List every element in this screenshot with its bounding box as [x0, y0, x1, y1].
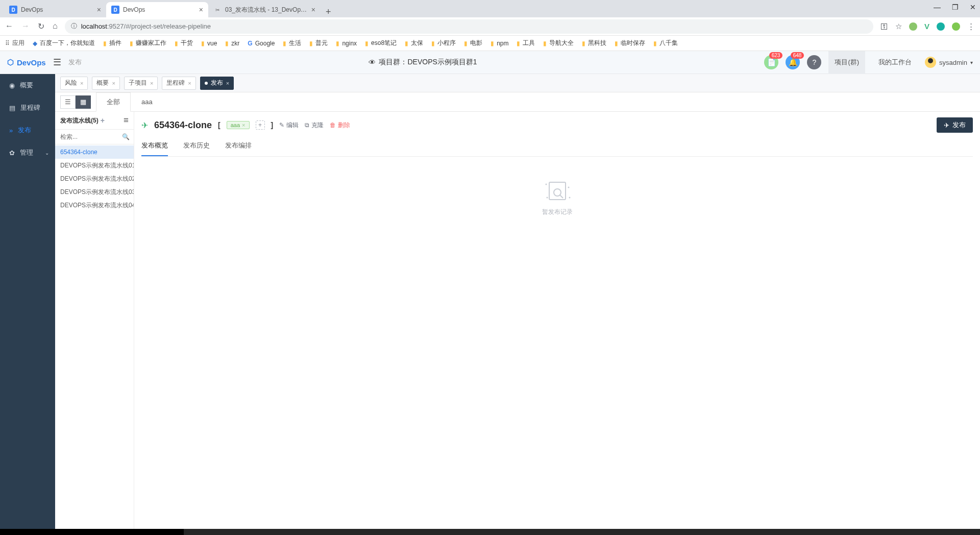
close-icon[interactable]: ×: [199, 6, 203, 14]
sub-tabs: ☰ ▦ 全部 aaa: [55, 92, 980, 112]
profile-icon[interactable]: [952, 22, 960, 31]
pipeline-item[interactable]: DEVOPS示例发布流水线02: [55, 172, 134, 185]
pipeline-item[interactable]: DEVOPS示例发布流水线03: [55, 185, 134, 199]
close-icon[interactable]: ×: [226, 80, 229, 86]
vue-ext-icon[interactable]: V: [924, 22, 929, 31]
app-logo[interactable]: ⬡ DevOps: [7, 58, 46, 67]
help-icon[interactable]: ?: [807, 55, 821, 69]
collapse-icon[interactable]: ≡: [124, 115, 129, 126]
pipeline-item[interactable]: 654364-clone: [55, 145, 134, 159]
sidenav-item-overview[interactable]: ◉ 概要: [0, 74, 55, 96]
window-close-icon[interactable]: ✕: [970, 3, 976, 11]
add-tag-button[interactable]: +: [256, 120, 265, 130]
new-tab-button[interactable]: +: [321, 7, 336, 17]
bookmark-folder[interactable]: ▮插件: [103, 39, 121, 47]
menu-icon[interactable]: ☰: [53, 57, 61, 68]
bookmark-folder[interactable]: ▮工具: [517, 39, 535, 47]
tab-overview[interactable]: 发布概览: [141, 141, 168, 156]
project-group-selector[interactable]: 👁 项目群：DEVOPS示例项目群1: [89, 58, 757, 67]
card-view-button[interactable]: ▦: [76, 95, 91, 109]
apps-icon[interactable]: ⠿ 应用: [5, 39, 24, 47]
worktab-subproject[interactable]: 子项目×: [124, 77, 158, 90]
publish-button[interactable]: ✈发布: [937, 117, 973, 133]
gear-icon: ✿: [9, 149, 15, 157]
bookmark-folder[interactable]: ▮临时保存: [615, 39, 645, 47]
ext-icon[interactable]: [909, 22, 917, 31]
nav-project[interactable]: 项目(群): [828, 51, 865, 74]
bookmark-folder[interactable]: ▮zkr: [225, 40, 239, 47]
chevron-down-icon: ⌄: [45, 150, 49, 156]
bookmark-link[interactable]: ◆百度一下，你就知道: [33, 39, 95, 47]
tag-chip[interactable]: aaa×: [227, 121, 250, 129]
remove-tag-icon[interactable]: ×: [242, 122, 245, 128]
close-icon[interactable]: ×: [150, 80, 153, 86]
browser-tab[interactable]: D DevOps ×: [106, 2, 208, 17]
sidenav-item-release[interactable]: » 发布: [0, 119, 55, 141]
project-label: 项目群：DEVOPS示例项目群1: [379, 58, 477, 67]
bookmark-folder[interactable]: ▮普元: [309, 39, 328, 47]
bookmark-folder[interactable]: ▮小程序: [431, 39, 456, 47]
bookmark-folder[interactable]: ▮八千集: [653, 39, 678, 47]
user-menu[interactable]: sysadmin ▾: [925, 57, 973, 68]
favicon: D: [9, 6, 17, 14]
bookmark-folder[interactable]: ▮vue: [201, 40, 217, 47]
worktab-overview[interactable]: 概要×: [92, 77, 119, 90]
close-icon[interactable]: ×: [80, 80, 83, 86]
browser-tab[interactable]: ✂ 03_发布流水线 - 13_DevOps文 ×: [208, 2, 321, 17]
key-icon[interactable]: ⚿: [880, 22, 888, 31]
list-view-button[interactable]: ☰: [60, 95, 76, 109]
subtab-aaa[interactable]: aaa: [131, 92, 163, 112]
close-icon[interactable]: ×: [112, 80, 115, 86]
bookmark-folder[interactable]: ▮黑科技: [582, 39, 606, 47]
bookmark-folder[interactable]: ▮eso8笔记: [365, 39, 397, 47]
sidenav-item-milestone[interactable]: ▤ 里程碑: [0, 96, 55, 119]
nav-workbench[interactable]: 我的工作台: [872, 58, 918, 67]
svg-point-3: [545, 184, 547, 185]
tab-history[interactable]: 发布历史: [183, 141, 210, 156]
delete-button[interactable]: 🗑删除: [330, 121, 350, 130]
back-icon[interactable]: ←: [5, 21, 13, 31]
subtab-all[interactable]: 全部: [96, 92, 131, 112]
star-icon[interactable]: ☆: [895, 22, 902, 31]
tab-schedule[interactable]: 发布编排: [225, 141, 252, 156]
sidenav-item-manage[interactable]: ✿ 管理 ⌄: [0, 141, 55, 164]
breadcrumb: 发布: [68, 58, 82, 67]
bookmark-folder[interactable]: ▮电影: [464, 39, 482, 47]
bell-notification[interactable]: 🔔 648: [786, 55, 800, 69]
sidenav-label: 发布: [18, 126, 31, 135]
bookmark-folder[interactable]: ▮干货: [175, 39, 193, 47]
worktab-release[interactable]: 发布×: [200, 77, 234, 90]
reload-icon[interactable]: ↻: [38, 21, 44, 31]
bookmark-folder[interactable]: ▮npm: [491, 40, 508, 47]
worktab-risk[interactable]: 风险×: [60, 77, 88, 90]
bracket-close: ]: [271, 121, 274, 129]
maximize-icon[interactable]: ❐: [952, 3, 959, 11]
clone-button[interactable]: ⧉克隆: [305, 121, 324, 130]
edit-button[interactable]: ✎编辑: [279, 121, 299, 130]
bookmark-folder[interactable]: ▮太保: [405, 39, 423, 47]
close-icon[interactable]: ×: [97, 6, 101, 14]
ext-icon[interactable]: [937, 22, 945, 31]
pipeline-item[interactable]: DEVOPS示例发布流水线01: [55, 159, 134, 172]
bookmark-folder[interactable]: ▮nginx: [336, 40, 357, 47]
bookmark-link[interactable]: GGoogle: [248, 40, 275, 47]
home-icon[interactable]: ⌂: [53, 21, 58, 31]
bookmark-folder[interactable]: ▮赚赚家工作: [130, 39, 166, 47]
address-bar[interactable]: ⓘ localhost:9527/#/project-set/release-p…: [65, 19, 873, 34]
info-icon[interactable]: ⓘ: [71, 22, 77, 31]
minimize-icon[interactable]: —: [934, 3, 941, 11]
worktab-milestone[interactable]: 里程碑×: [162, 77, 195, 90]
add-pipeline-button[interactable]: +: [101, 116, 105, 125]
trash-icon: 🗑: [330, 121, 336, 129]
close-icon[interactable]: ×: [311, 6, 315, 14]
search-icon[interactable]: 🔍: [122, 133, 130, 140]
more-icon[interactable]: ⋮: [967, 22, 975, 31]
pipeline-item[interactable]: DEVOPS示例发布流水线04: [55, 199, 134, 212]
docs-notification[interactable]: 📄 623: [764, 55, 778, 69]
taskbar: [184, 529, 980, 535]
bookmark-folder[interactable]: ▮生活: [283, 39, 301, 47]
browser-tab[interactable]: D DevOps ×: [4, 2, 106, 17]
close-icon[interactable]: ×: [188, 80, 191, 86]
bookmark-folder[interactable]: ▮导航大全: [543, 39, 574, 47]
forward-icon[interactable]: →: [21, 21, 30, 31]
